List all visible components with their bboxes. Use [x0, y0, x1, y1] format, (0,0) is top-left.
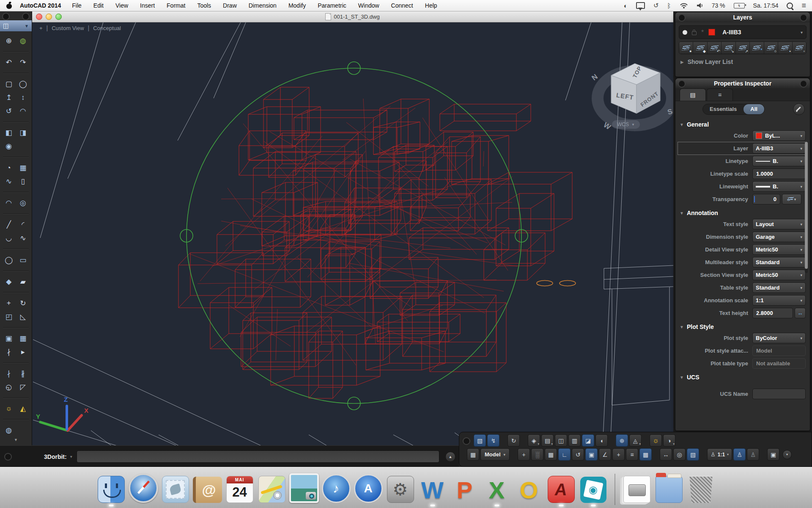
- dock-icon[interactable]: ◉: [578, 469, 608, 508]
- palette-tool-icon[interactable]: ↺: [3, 106, 15, 116]
- chevron-down-icon[interactable]: ▾: [70, 454, 72, 459]
- dock-icon[interactable]: P: [450, 469, 480, 508]
- layer-tool-button[interactable]: ↗: [736, 42, 750, 54]
- palette-tool-icon[interactable]: ◉: [3, 141, 15, 152]
- palette-tool-icon[interactable]: ◨: [16, 127, 29, 138]
- palette-tool-icon[interactable]: ▣: [3, 333, 15, 344]
- layer-freeze-icon[interactable]: *: [701, 29, 704, 36]
- status-icon[interactable]: ◬▾: [629, 434, 642, 447]
- menu-item[interactable]: Insert: [140, 2, 155, 9]
- palette-tool-icon[interactable]: [3, 419, 29, 420]
- dock-icon[interactable]: A: [353, 469, 383, 508]
- menu-item[interactable]: Tools: [197, 2, 211, 9]
- status-icon[interactable]: ▦: [467, 448, 479, 461]
- layer-tool-button[interactable]: *: [750, 42, 764, 54]
- section-view-style-dropdown[interactable]: Metric50 ▾: [752, 270, 806, 280]
- section-plot-style[interactable]: ▼ Plot Style: [675, 320, 810, 331]
- menu-item[interactable]: View: [115, 2, 128, 9]
- annotation-scale-button[interactable]: ♙ 1:1 ▾: [707, 448, 732, 461]
- linetype-dropdown[interactable]: B. ▾: [752, 156, 806, 166]
- palette-tool-icon[interactable]: ∤: [3, 347, 15, 357]
- palette-circle-button[interactable]: [800, 14, 807, 22]
- palette-tool-icon[interactable]: [16, 141, 29, 152]
- dock-icon[interactable]: MAI 24: [225, 469, 255, 508]
- status-icon[interactable]: ▤▾: [541, 434, 554, 447]
- transparency-input[interactable]: 0: [752, 194, 780, 204]
- menu-item[interactable]: Draw: [223, 2, 237, 9]
- status-icon[interactable]: ◪: [582, 434, 594, 447]
- menu-item[interactable]: Format: [167, 2, 185, 9]
- dock-icon[interactable]: @: [192, 469, 222, 508]
- command-history-button[interactable]: ▲: [445, 452, 455, 462]
- layer-tool-button[interactable]: ▪: [778, 42, 792, 54]
- status-icon[interactable]: ◖: [595, 434, 608, 447]
- palette-tool-icon[interactable]: ◠: [16, 106, 29, 116]
- lineweight-dropdown[interactable]: B. ▾: [752, 181, 806, 192]
- palette-circle-button[interactable]: [678, 80, 686, 88]
- filter-essentials[interactable]: Essentials: [703, 104, 743, 114]
- palette-tool-icon[interactable]: ◍: [16, 36, 29, 46]
- model-space-button[interactable]: Model ▾: [480, 448, 510, 461]
- palette-tool-icon[interactable]: ↻: [16, 298, 29, 309]
- status-icon[interactable]: ◎: [673, 448, 686, 461]
- tab-properties[interactable]: ▤: [680, 88, 706, 101]
- palette-tool-icon[interactable]: ▦: [16, 333, 29, 344]
- menu-item[interactable]: Help: [425, 2, 437, 9]
- palette-tool-icon[interactable]: ⊕: [3, 36, 15, 46]
- palette-tool-icon[interactable]: [3, 121, 29, 122]
- status-icon[interactable]: ▧: [474, 434, 486, 447]
- viewport-plus-control[interactable]: +: [39, 25, 43, 31]
- palette-tool-icon[interactable]: [3, 362, 29, 363]
- palette-tool-icon[interactable]: ∦: [16, 368, 29, 379]
- ucs-name-input[interactable]: [752, 389, 806, 399]
- status-icon[interactable]: ▣: [767, 448, 779, 461]
- palette-tool-icon[interactable]: ▦: [16, 163, 29, 173]
- layer-tool-button[interactable]: ▫: [793, 42, 806, 54]
- eyedropper-button[interactable]: [793, 103, 805, 115]
- palette-tool-icon[interactable]: [3, 157, 29, 157]
- status-icon[interactable]: ☼: [650, 434, 662, 447]
- status-icon[interactable]: ◈▾: [528, 434, 540, 447]
- status-icon[interactable]: +: [518, 448, 530, 461]
- palette-tool-icon[interactable]: [3, 271, 29, 271]
- palette-tool-icon[interactable]: ▢: [3, 79, 15, 89]
- wcs-selector[interactable]: WCS ▼: [612, 120, 640, 129]
- dock-icon[interactable]: [128, 469, 158, 508]
- properties-inspector-title[interactable]: Properties Inspector: [675, 78, 810, 88]
- dock-icon[interactable]: [289, 469, 319, 508]
- palette-tool-icon[interactable]: [3, 192, 29, 193]
- tab-layers[interactable]: ≡: [707, 88, 733, 101]
- palette-tool-icon[interactable]: ◡: [3, 233, 15, 243]
- menu-item[interactable]: Parametric: [318, 2, 346, 9]
- palette-tool-icon[interactable]: ↷: [16, 57, 29, 68]
- palette-tool-icon[interactable]: [3, 73, 29, 74]
- palette-tool-icon[interactable]: ◺: [16, 312, 29, 322]
- plot-style-dropdown[interactable]: ByColor ▾: [752, 333, 806, 343]
- status-icon[interactable]: ♙: [733, 448, 746, 461]
- status-icon[interactable]: [521, 435, 527, 446]
- dock-icon[interactable]: A: [546, 469, 576, 508]
- layer-tool-button[interactable]: ●: [679, 42, 693, 54]
- filter-all[interactable]: All: [743, 104, 764, 114]
- layers-panel-title[interactable]: Layers: [675, 12, 810, 22]
- layer-color-swatch[interactable]: [708, 29, 715, 36]
- palette-tool-icon[interactable]: ▭: [16, 255, 29, 265]
- palette-circle-button[interactable]: [22, 13, 30, 20]
- airplay-icon[interactable]: [636, 2, 645, 9]
- color-dropdown[interactable]: ByL... ▾: [752, 130, 806, 141]
- menu-item[interactable]: Window: [358, 2, 379, 9]
- palette-tool-icon[interactable]: ◯: [3, 255, 15, 265]
- notification-center-icon[interactable]: ≡: [801, 1, 806, 10]
- menu-bar-clock[interactable]: Sa. 17:54: [753, 2, 779, 9]
- status-icon[interactable]: ≡: [626, 448, 638, 461]
- palette-tool-icon[interactable]: ◭: [16, 403, 29, 414]
- status-icon[interactable]: ∟: [558, 448, 571, 461]
- palette-tool-icon[interactable]: ╱: [3, 219, 15, 230]
- viewport-view-control[interactable]: Custom View: [52, 25, 84, 31]
- palette-tool-icon[interactable]: [3, 398, 29, 398]
- battery-icon[interactable]: ↯: [734, 3, 745, 8]
- dock-icon[interactable]: O: [514, 469, 544, 508]
- palette-tool-icon[interactable]: ◍: [3, 425, 15, 436]
- palette-circle-button[interactable]: [678, 14, 686, 22]
- palette-tool-icon[interactable]: ◆: [3, 276, 15, 287]
